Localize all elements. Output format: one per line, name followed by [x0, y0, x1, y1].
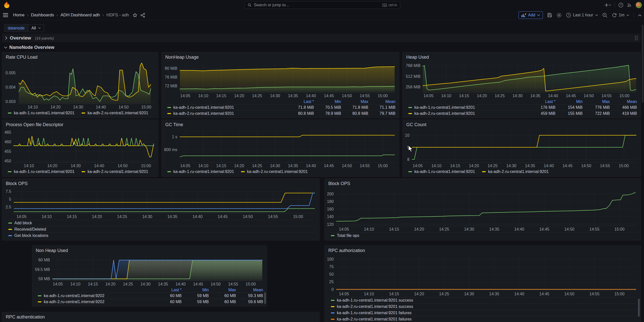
- legend-item[interactable]: ka-adh-2.ru-central1.internal:9201: [408, 111, 528, 116]
- gc-time-chart[interactable]: 14:0514:1014:1514:2014:2514:3014:3514:40…: [162, 128, 399, 169]
- help-icon[interactable]: ?: [618, 3, 623, 8]
- add-panel-button[interactable]: Add: [518, 11, 543, 19]
- panel-title[interactable]: Process Open file Descriptor: [2, 120, 158, 128]
- legend-item[interactable]: ka-adh-2.ru-central1.internal:9201 failu…: [330, 316, 636, 322]
- breadcrumb-item[interactable]: ADH Dashboard adh: [60, 13, 100, 18]
- legend-stat-column[interactable]: Mean: [368, 99, 395, 104]
- svg-text:14:25: 14:25: [252, 164, 262, 168]
- variable-label: datanode: [4, 24, 28, 32]
- legend-stat-value: 59.3 MB: [236, 294, 263, 298]
- legend-stat-column[interactable]: Mean: [236, 288, 263, 292]
- user-avatar[interactable]: [635, 2, 642, 8]
- legend-item[interactable]: ka-adh-2.ru-central1.internal:9201: [241, 169, 308, 174]
- legend-stat-column[interactable]: Min: [555, 99, 583, 104]
- panel-title[interactable]: Heap Used: [403, 52, 640, 60]
- panel-title[interactable]: RPC authorization: [325, 246, 640, 254]
- refresh-button[interactable]: 1m: [612, 13, 629, 18]
- breadcrumb-item[interactable]: Home: [13, 13, 24, 18]
- row-overview[interactable]: Overview (16 panels): [2, 34, 641, 42]
- rpc-authorization-chart[interactable]: 14:0514:1014:1514:2014:2514:3014:3514:40…: [325, 254, 640, 297]
- panel-title[interactable]: Non Heap Used: [32, 246, 267, 254]
- panel-title[interactable]: GC Time: [162, 120, 399, 128]
- share-icon[interactable]: [140, 13, 145, 18]
- panel-title[interactable]: GC Count: [403, 120, 640, 128]
- legend-item[interactable]: ka-adh-1.ru-central1.internal:9202: [38, 294, 154, 298]
- legend-stat-column[interactable]: Last *: [287, 99, 314, 104]
- chevron-right-icon: [5, 36, 7, 40]
- legend-item[interactable]: ka-adh-1.ru-central1.internal:9201: [8, 169, 74, 174]
- legend-stat-column[interactable]: Last *: [154, 288, 182, 292]
- variable-value-dropdown[interactable]: All: [28, 24, 44, 32]
- legend-item[interactable]: Total file ops: [330, 232, 636, 239]
- legend-item[interactable]: ka-adh-1.ru-central1.internal:9201: [167, 169, 234, 174]
- legend-item[interactable]: ka-adh-1.ru-central1.internal:9201: [408, 105, 528, 110]
- legend-stat-value: 79.7 MiB: [368, 111, 395, 116]
- legend-item[interactable]: Get block locations: [8, 232, 315, 239]
- legend-item[interactable]: ka-adh-1.ru-central1.internal:9201: [167, 105, 287, 110]
- panel-title[interactable]: Rate CPU Load: [2, 52, 158, 60]
- refresh-interval-label: 1m: [619, 13, 624, 17]
- rate-cpu-chart[interactable]: 14:1014:2014:3014:4014:5015:000.0030.004…: [2, 60, 158, 110]
- non-heap-used-chart[interactable]: 14:0514:1014:1514:2014:2514:3014:3514:40…: [32, 254, 267, 287]
- star-icon[interactable]: [133, 13, 137, 18]
- block-ops-chart[interactable]: 14:0514:1014:1514:2014:2514:3014:3514:40…: [2, 187, 319, 220]
- row-namenode-overview[interactable]: NameNode Overview: [2, 44, 641, 51]
- legend-stat-column[interactable]: Max: [341, 99, 368, 104]
- legend-item[interactable]: ka-adh-2.ru-central1.internal:9201: [482, 169, 549, 174]
- legend-item[interactable]: Received/Deleted: [8, 226, 315, 232]
- open-fd-chart[interactable]: 14:1014:2014:3014:4014:5015:004504554604…: [2, 128, 158, 169]
- panel-title[interactable]: Block OPS: [2, 179, 319, 187]
- settings-gear-icon[interactable]: [556, 13, 562, 18]
- legend-stat-value: 60 MB: [209, 294, 236, 298]
- grafana-logo[interactable]: [3, 1, 11, 9]
- news-rss-icon[interactable]: [627, 3, 632, 8]
- legend-stat-column[interactable]: Min: [314, 99, 341, 104]
- svg-text:5: 5: [9, 197, 11, 201]
- legend-stat-column[interactable]: Max: [209, 288, 236, 292]
- panel-title[interactable]: RPC authentication: [2, 312, 319, 320]
- gc-count-chart[interactable]: 14:0514:1014:1514:2014:2514:3014:3514:40…: [403, 128, 640, 169]
- legend-item[interactable]: ka-adh-1.ru-central1.internal:9201: [408, 169, 475, 174]
- legend-stat-column[interactable]: Max: [583, 99, 610, 104]
- legend-item[interactable]: ka-adh-2.ru-central1.internal:9202: [38, 300, 154, 304]
- menu-icon[interactable]: [3, 13, 8, 17]
- legend-item[interactable]: ka-adh-1.ru-central1.internal:9201: [8, 111, 74, 115]
- legend: Last *MinMaxMeanka-adh-1.ru-central1.int…: [32, 287, 267, 306]
- svg-text:14:55: 14:55: [600, 164, 610, 168]
- svg-text:14:50: 14:50: [342, 164, 352, 168]
- breadcrumb-item[interactable]: Dashboards: [31, 13, 54, 18]
- new-dropdown-button[interactable]: [605, 3, 611, 7]
- legend-stat-column[interactable]: Mean: [610, 99, 637, 104]
- search-input[interactable]: Search or jump to... ctrl+k: [244, 1, 400, 9]
- collapse-toolbar-icon[interactable]: [638, 14, 641, 16]
- legend-scrollbar[interactable]: [264, 292, 266, 304]
- panel-title[interactable]: Block OPS: [325, 179, 640, 187]
- section-title: NameNode Overview: [9, 45, 54, 50]
- legend-stat-column[interactable]: Last *: [528, 99, 555, 104]
- heap-used-chart[interactable]: 14:0514:1014:1514:2014:2514:3014:3514:40…: [403, 60, 640, 99]
- nonheap-usage-chart[interactable]: 14:0514:1014:1514:2014:2514:3014:3514:40…: [162, 60, 399, 99]
- zoom-out-icon[interactable]: [602, 13, 608, 18]
- legend-item[interactable]: ka-adh-2.ru-central1.internal:9201: [82, 111, 148, 115]
- svg-text:14:55: 14:55: [360, 94, 370, 98]
- legend-stat-column[interactable]: Min: [182, 288, 209, 292]
- legend-scrollbar[interactable]: [638, 299, 640, 317]
- legend-item[interactable]: ka-adh-1.ru-central1.internal:9201 succe…: [330, 297, 636, 303]
- drag-handle-icon[interactable]: [635, 36, 638, 40]
- legend-item[interactable]: ka-adh-1.ru-central1.internal:9201 failu…: [330, 310, 636, 316]
- time-range-picker[interactable]: Last 1 hour: [566, 13, 598, 18]
- breadcrumb-item[interactable]: HDFS - adh: [106, 13, 129, 18]
- panel-title[interactable]: NonHeap Usage: [162, 52, 399, 60]
- svg-text:14:05: 14:05: [180, 94, 190, 98]
- legend-stat-value: 154 MiB: [555, 105, 583, 110]
- block-ops-total-chart[interactable]: 14:0514:1014:1514:2014:2514:3014:3514:40…: [325, 187, 640, 232]
- legend-item[interactable]: ka-adh-2.ru-central1.internal:9201 succe…: [330, 303, 636, 310]
- svg-text:460: 460: [5, 140, 11, 144]
- legend-item[interactable]: Add block: [8, 220, 315, 226]
- page-scrollbar[interactable]: [642, 25, 643, 103]
- legend-item[interactable]: ka-adh-2.ru-central1.internal:9201: [167, 111, 287, 116]
- legend-item[interactable]: ka-adh-2.ru-central1.internal:9201: [82, 169, 148, 174]
- svg-text:14:40: 14:40: [306, 164, 316, 168]
- save-icon[interactable]: [547, 13, 552, 18]
- svg-text:14:50: 14:50: [117, 164, 128, 168]
